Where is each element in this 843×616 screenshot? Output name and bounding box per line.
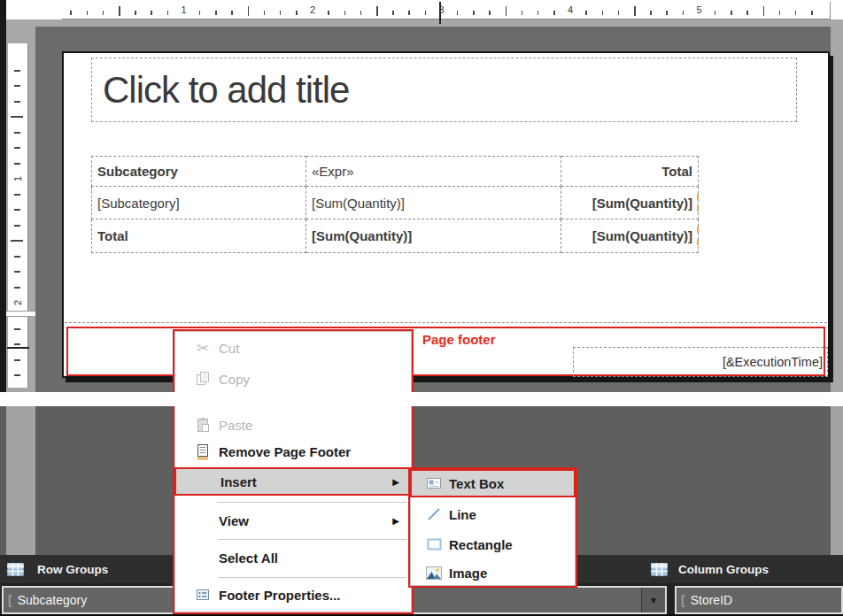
ruler-section-notch: [6, 311, 35, 317]
rectangle-icon: [419, 538, 449, 551]
row-groups-label: Row Groups: [37, 563, 108, 576]
tablix-cell[interactable]: «Expr»: [306, 157, 561, 187]
horizontal-ruler: [62, 2, 831, 19]
menu-item-footer-properties[interactable]: Footer Properties...: [176, 581, 410, 608]
menu-item-remove-page-footer[interactable]: Remove Page Footer: [176, 438, 410, 465]
menu-separator: [218, 577, 406, 578]
scissors-icon: ✂: [197, 339, 209, 358]
row-groups-header: Row Groups: [7, 555, 108, 583]
paste-icon: [187, 417, 219, 433]
tablix-cell[interactable]: [Sum(Quantity)]: [561, 187, 699, 219]
chevron-down-icon: ▼: [649, 596, 658, 605]
menu-item-cut[interactable]: ✂ Cut: [176, 335, 410, 361]
row-group-item-label: Subcategory: [18, 593, 88, 607]
submenu-item-rectangle[interactable]: Rectangle: [412, 530, 574, 558]
menu-separator: [218, 539, 406, 540]
copy-icon: [187, 371, 219, 387]
submenu-item-image[interactable]: Image: [412, 558, 574, 587]
menu-item-copy[interactable]: Copy: [176, 366, 410, 392]
menu-item-select-all[interactable]: Select All: [176, 544, 410, 571]
insert-submenu: Text Box Line Rectangle Image: [408, 467, 577, 588]
report-designer: 1234512 Click to add title Subcategory «…: [0, 0, 843, 616]
menu-separator: [218, 502, 406, 503]
submenu-arrow-icon: ▶: [392, 516, 399, 526]
grouping-pane-items: [ Subcategory ▼ [ StoreID: [0, 583, 843, 614]
remove-page-footer-icon: [187, 443, 219, 460]
left-edge: [0, 0, 6, 392]
screenshot-splice-band: [0, 392, 843, 406]
tablix[interactable]: Subcategory «Expr» Total [Subcategory] […: [91, 156, 699, 253]
page-footer-annotation-label: Page footer: [422, 332, 496, 347]
column-groups-grid-icon: [651, 563, 668, 576]
image-icon: [419, 566, 449, 580]
ruler-cursor-indicator-y: [7, 347, 29, 349]
column-groups-header: Column Groups: [651, 555, 769, 583]
column-group-item-storeid[interactable]: [ StoreID: [675, 586, 843, 614]
column-groups-label: Column Groups: [678, 563, 769, 576]
footer-properties-icon: [187, 587, 219, 603]
row-group-dropdown-button[interactable]: ▼: [641, 588, 665, 612]
submenu-arrow-icon: ▶: [392, 477, 399, 487]
tablix-detail-row: [Subcategory] [Sum(Quantity)] [Sum(Quant…: [92, 187, 699, 219]
tablix-header-row: Subcategory «Expr» Total: [92, 157, 699, 187]
lower-right-margin: [831, 406, 843, 555]
tablix-cell[interactable]: [Sum(Quantity)]: [306, 187, 561, 219]
row-groups-grid-icon: [7, 563, 24, 576]
tablix-total-row: Total [Sum(Quantity)] [Sum(Quantity)]: [92, 219, 699, 253]
group-bracket-icon: [: [681, 593, 685, 607]
execution-time-value: [&ExecutionTime]: [723, 355, 823, 369]
title-placeholder-textbox[interactable]: Click to add title: [91, 58, 797, 122]
context-menu: ✂ Cut Copy Paste Remove Page Footer Inse…: [173, 329, 414, 614]
title-placeholder-text: Click to add title: [103, 69, 349, 112]
menu-item-insert[interactable]: Insert ▶: [174, 467, 412, 496]
line-icon: [419, 507, 449, 521]
tablix-cell[interactable]: [Sum(Quantity)]: [561, 219, 699, 253]
execution-time-textbox[interactable]: [&ExecutionTime]: [573, 347, 828, 377]
menu-item-paste[interactable]: Paste: [176, 412, 410, 438]
column-group-item-label: StoreID: [691, 593, 732, 607]
text-box-icon: [419, 476, 449, 490]
ruler-cursor-indicator-x: [439, 2, 441, 24]
tablix-cell[interactable]: Total: [561, 157, 699, 187]
submenu-item-line[interactable]: Line: [412, 500, 574, 528]
tablix-cell[interactable]: Subcategory: [92, 157, 306, 187]
tablix-cell[interactable]: [Sum(Quantity)]: [306, 219, 561, 253]
vertical-ruler: [8, 43, 28, 388]
tablix-cell[interactable]: Total: [92, 219, 306, 253]
menu-item-view[interactable]: View ▶: [176, 507, 410, 534]
submenu-item-text-box[interactable]: Text Box: [410, 469, 576, 497]
lower-left-margin: [6, 406, 35, 555]
body-footer-divider: [65, 322, 827, 323]
group-bracket-icon: [: [8, 593, 12, 607]
tablix-cell[interactable]: [Subcategory]: [92, 187, 306, 219]
